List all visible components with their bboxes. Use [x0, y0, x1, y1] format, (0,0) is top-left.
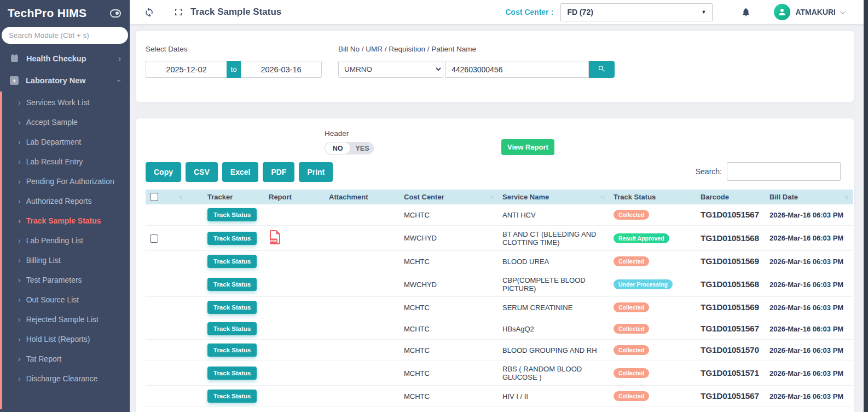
chevron-right-icon: ›: [18, 118, 21, 126]
sort-icon[interactable]: ↑↓: [178, 194, 182, 200]
bill-search-input[interactable]: [445, 61, 589, 78]
sidebar-item-lab-pending-list[interactable]: › Lab Pending List: [2, 231, 130, 250]
select-all-checkbox[interactable]: [150, 193, 158, 201]
chevron-right-icon: ›: [18, 276, 21, 284]
track-status-button[interactable]: Track Status: [207, 255, 257, 268]
sidebar-item-billing-list[interactable]: › Billing List: [2, 250, 130, 270]
track-status-badge: Under Processing: [614, 279, 673, 289]
sidebar-item-label: Authorized Reports: [26, 197, 92, 205]
sort-icon[interactable]: ↑↓: [489, 194, 494, 200]
track-status-button[interactable]: Track Status: [207, 208, 257, 221]
user-avatar[interactable]: [774, 4, 790, 20]
sidebar-item-accept-sample[interactable]: › Accept Sample: [2, 112, 130, 132]
attachment-cell: [325, 272, 400, 297]
sidebar-item-hold-list-reports-[interactable]: › Hold List (Reports): [2, 329, 130, 349]
notification-bell-icon[interactable]: [741, 7, 751, 17]
cost-center-cell: MWCHYD: [400, 272, 498, 297]
track-status-badge: Collected: [614, 324, 649, 334]
sidebar: TechPro HIMS Health Checkup › + Laborato…: [0, 0, 130, 412]
sort-icon[interactable]: ↑↓: [844, 194, 848, 200]
toggle-yes-option[interactable]: YES: [351, 145, 374, 152]
date-range-to-badge: to: [227, 61, 241, 78]
vertical-scrollbar[interactable]: [864, 0, 868, 412]
track-status-button[interactable]: Track Status: [207, 278, 257, 291]
track-status-button[interactable]: Track Status: [207, 390, 257, 403]
column-header-cost-center: Cost Center ↑↓: [400, 190, 498, 204]
column-header-label: Service Name: [502, 193, 549, 201]
date-to-input[interactable]: [241, 61, 322, 78]
sidebar-item-lab-department[interactable]: › Lab Department: [2, 132, 130, 152]
sidebar-section-health-checkup[interactable]: Health Checkup ›: [0, 47, 130, 70]
chevron-right-icon: ›: [18, 178, 21, 185]
sidebar-item-out-source-list[interactable]: › Out Source List: [2, 290, 130, 310]
table-row: Track Status PDF MCHTC BLOOD UREA Collec…: [146, 251, 853, 272]
bill-date-cell: 2026-Mar-16 06:03 PM: [765, 226, 853, 251]
sidebar-item-pending-for-authorization[interactable]: › Pending For Authorization: [2, 171, 130, 191]
sidebar-item-tat-report[interactable]: › Tat Report: [2, 349, 130, 369]
attachment-cell: [325, 297, 400, 318]
track-status-button[interactable]: Track Status: [207, 322, 257, 335]
user-menu-chevron-icon[interactable]: [840, 9, 846, 14]
column-header-barcode: Barcode: [696, 190, 765, 204]
sidebar-item-track-sample-status[interactable]: › Track Sample Status: [2, 211, 130, 231]
chevron-right-icon: ›: [18, 316, 21, 323]
track-status-badge: Collected: [614, 345, 649, 355]
attachment-cell: [325, 386, 400, 407]
sidebar-item-services-work-list[interactable]: › Services Work List: [2, 93, 130, 112]
page-title: Track Sample Status: [190, 7, 281, 18]
table-search-input[interactable]: [727, 162, 841, 181]
service-name-cell: HBsAgQ2: [498, 318, 609, 340]
track-status-button[interactable]: Track Status: [207, 367, 257, 380]
pdf-report-icon[interactable]: PDF: [269, 230, 282, 245]
view-report-button[interactable]: View Report: [501, 139, 554, 155]
username[interactable]: ATMAKURI: [795, 8, 836, 16]
export-buttons-row: CopyCSVExcelPDFPrint: [146, 162, 333, 182]
table-row: Track Status PDF MCHTC BLOOD GROUPING AN…: [146, 340, 853, 361]
export-copy-button[interactable]: Copy: [146, 162, 181, 182]
sidebar-item-label: Lab Result Entry: [26, 157, 83, 166]
select-dates-label: Select Dates: [146, 45, 322, 53]
track-status-badge: Collected: [614, 302, 649, 312]
sidebar-item-lab-result-entry[interactable]: › Lab Result Entry: [2, 152, 130, 171]
track-status-badge: Collected: [614, 368, 649, 378]
sort-icon[interactable]: ↑↓: [600, 194, 605, 200]
track-status-button[interactable]: Track Status: [207, 344, 257, 357]
search-type-select[interactable]: UMRNO: [338, 61, 443, 78]
cost-center-select[interactable]: FD (72) ▼: [560, 3, 713, 21]
export-csv-button[interactable]: CSV: [186, 162, 218, 182]
cost-center-label: Cost Center :: [505, 8, 553, 16]
refresh-icon[interactable]: [144, 7, 154, 18]
date-from-input[interactable]: [146, 61, 227, 78]
column-header-report: Report: [264, 190, 325, 204]
table-header-row: ↑↓ Tracker Report Attachment Cost Center…: [146, 190, 853, 204]
cost-center-cell: MCHTC: [400, 204, 498, 226]
search-button[interactable]: [589, 61, 615, 78]
row-checkbox[interactable]: [150, 234, 158, 243]
cost-center-cell: MCHTC: [400, 318, 498, 340]
sidebar-item-test-parameters[interactable]: › Test Parameters: [2, 270, 130, 290]
bill-date-cell: 2026-Mar-16 06:03 PM: [765, 318, 853, 340]
sidebar-item-label: Tat Report: [26, 354, 62, 363]
table-row: Track Status PDF MCHTC RBS ( RANDOM BLOO…: [146, 361, 853, 386]
track-status-button[interactable]: Track Status: [207, 301, 257, 314]
barcode-cell: TG1D01051568: [696, 272, 765, 297]
laboratory-submenu: › Services Work List › Accept Sample › L…: [0, 91, 130, 409]
sidebar-item-authorized-reports[interactable]: › Authorized Reports: [2, 191, 130, 211]
module-search-input[interactable]: [2, 27, 128, 44]
export-pdf-button[interactable]: PDF: [263, 162, 294, 182]
sidebar-section-laboratory-new[interactable]: + Laboratory New ›: [0, 70, 130, 91]
fullscreen-icon[interactable]: [174, 8, 183, 16]
track-status-button[interactable]: Track Status: [207, 232, 257, 245]
sidebar-toggle-icon[interactable]: [110, 9, 121, 18]
chevron-right-icon: ›: [18, 99, 21, 106]
sidebar-item-discharge-clearance[interactable]: › Discharge Clearance: [2, 369, 130, 388]
plus-square-icon: +: [10, 76, 19, 85]
sidebar-item-rejected-sample-list[interactable]: › Rejected Sample List: [2, 310, 130, 329]
export-excel-button[interactable]: Excel: [222, 162, 259, 182]
export-print-button[interactable]: Print: [299, 162, 333, 182]
barcode-cell: TG1D01051568: [696, 226, 765, 251]
toggle-no-option[interactable]: NO: [325, 142, 351, 154]
sidebar-item-label: Lab Department: [26, 138, 81, 146]
column-header-track-status: Track Status: [609, 190, 696, 204]
header-toggle[interactable]: NO YES: [325, 142, 374, 154]
